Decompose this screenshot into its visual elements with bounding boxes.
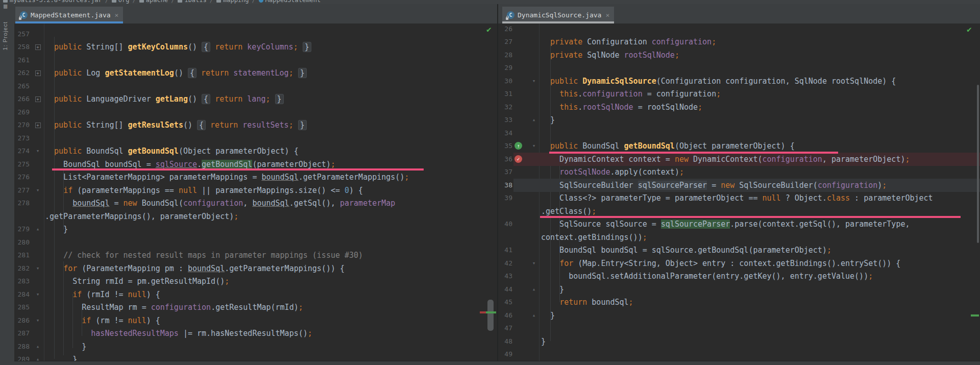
fold-icon[interactable]: +: [34, 40, 42, 54]
code-line[interactable]: ResultMap rm = configuration.getResultMa…: [45, 301, 303, 314]
line-number[interactable]: 33: [499, 113, 512, 127]
line-number[interactable]: 38: [499, 179, 512, 192]
code-line[interactable]: this.rootSqlNode = rootSqlNode;: [541, 101, 702, 114]
line-number[interactable]: 262: [14, 66, 30, 80]
code-line[interactable]: for (ParameterMapping pm : boundSql.getP…: [45, 262, 345, 275]
fold-icon[interactable]: +: [34, 66, 42, 80]
code-line[interactable]: boundSql.setAdditionalParameter(entry.ge…: [541, 270, 873, 283]
code-line[interactable]: }: [541, 309, 555, 322]
line-number[interactable]: 257: [14, 28, 30, 41]
scrollbar-thumb[interactable]: [977, 85, 979, 243]
line-number[interactable]: 28: [499, 48, 512, 62]
editor-right[interactable]: 2627 private Configuration configuration…: [498, 23, 980, 365]
code-line[interactable]: }: [541, 335, 546, 348]
line-number[interactable]: 31: [499, 87, 512, 101]
line-number[interactable]: 282: [14, 262, 30, 275]
code-line[interactable]: public BoundSql getBoundSql(Object param…: [45, 144, 299, 158]
line-number[interactable]: 270: [14, 118, 30, 132]
code-line[interactable]: String rmId = pm.getResultMapId();: [45, 275, 229, 288]
code-line[interactable]: if (rm != null) {: [45, 314, 160, 327]
code-line[interactable]: boundSql = new BoundSql(configuration, b…: [45, 197, 395, 210]
code-line[interactable]: SqlSourceBuilder sqlSourceParser = new S…: [541, 179, 887, 192]
fold-icon[interactable]: ▴: [530, 309, 538, 322]
line-number[interactable]: 44: [499, 283, 512, 296]
code-line[interactable]: hasNestedResultMaps |= rm.hasNestedResul…: [45, 327, 312, 340]
line-number[interactable]: 36: [499, 153, 512, 166]
line-number[interactable]: 279: [14, 223, 30, 236]
fold-icon[interactable]: ▾: [530, 139, 538, 153]
code-line[interactable]: public BoundSql getBoundSql(Object param…: [541, 139, 795, 153]
breadcrumb-item[interactable]: org: [112, 0, 130, 4]
code-line[interactable]: List<ParameterMapping> parameterMappings…: [45, 171, 409, 184]
line-number[interactable]: 45: [499, 296, 512, 309]
line-number[interactable]: 275: [14, 158, 30, 171]
line-number[interactable]: 288: [14, 340, 30, 353]
tab-mapped-statement[interactable]: C MappedStatement.java ×: [15, 7, 123, 23]
line-number[interactable]: 285: [14, 301, 30, 314]
close-icon[interactable]: ×: [605, 11, 609, 19]
line-number[interactable]: 278: [14, 197, 30, 210]
line-number[interactable]: 273: [14, 132, 30, 145]
line-number[interactable]: 48: [499, 335, 512, 348]
code-line[interactable]: private SqlNode rootSqlNode;: [541, 48, 679, 62]
fold-icon[interactable]: ▾: [530, 75, 538, 88]
inspections-ok-icon[interactable]: ✔: [486, 25, 492, 34]
code-line[interactable]: }: [541, 113, 555, 127]
line-number[interactable]: 37: [499, 165, 512, 179]
line-number[interactable]: 269: [14, 106, 30, 119]
code-line[interactable]: if (rmId != null) {: [45, 288, 160, 301]
line-number[interactable]: 27: [499, 35, 512, 48]
project-tool-button[interactable]: 1: Project: [2, 21, 8, 50]
line-number[interactable]: 281: [14, 249, 30, 262]
breadcrumb-item[interactable]: MappedStatement: [259, 0, 321, 4]
fold-icon[interactable]: ▾: [34, 288, 42, 301]
code-line[interactable]: this.configuration = configuration;: [541, 87, 721, 101]
line-number[interactable]: 261: [14, 54, 30, 67]
breadcrumb-item[interactable]: ibatis: [178, 0, 206, 4]
code-line[interactable]: rootSqlNode.apply(context);: [541, 165, 684, 179]
line-number[interactable]: 47: [499, 322, 512, 335]
fold-icon[interactable]: ▾: [34, 314, 42, 327]
line-number[interactable]: 30: [499, 75, 512, 88]
line-number[interactable]: 283: [14, 275, 30, 288]
breadcrumb-item[interactable]: mapping: [216, 0, 249, 4]
line-number[interactable]: 276: [14, 171, 30, 184]
fold-icon[interactable]: ▾: [34, 144, 42, 158]
fold-icon[interactable]: ▴: [34, 340, 42, 353]
line-number[interactable]: 34: [499, 127, 512, 140]
line-number[interactable]: 287: [14, 327, 30, 340]
fold-icon[interactable]: +: [34, 92, 42, 106]
line-number[interactable]: 286: [14, 314, 30, 327]
line-number[interactable]: 284: [14, 288, 30, 301]
line-number[interactable]: 266: [14, 92, 30, 106]
code-line[interactable]: public LanguageDriver getLang() { return…: [45, 92, 284, 106]
code-line[interactable]: if (parameterMappings == null || paramet…: [45, 184, 363, 197]
fold-icon[interactable]: ▾: [530, 257, 538, 270]
code-line[interactable]: public Log getStatementLog() { return st…: [45, 66, 307, 80]
line-number[interactable]: 39: [499, 191, 512, 205]
line-number[interactable]: 258: [14, 40, 30, 54]
code-line[interactable]: BoundSql boundSql = sqlSource.getBoundSq…: [541, 244, 831, 257]
line-number[interactable]: 49: [499, 348, 512, 361]
line-number[interactable]: 265: [14, 80, 30, 93]
line-number[interactable]: 32: [499, 101, 512, 114]
code-line[interactable]: }: [45, 340, 86, 353]
fold-icon[interactable]: ▴: [530, 113, 538, 127]
line-number[interactable]: 35: [499, 139, 512, 153]
code-line[interactable]: }: [541, 283, 564, 296]
fold-icon[interactable]: +: [34, 118, 42, 132]
code-line[interactable]: Class<?> parameterType = parameterObject…: [541, 191, 933, 205]
line-number[interactable]: 280: [14, 236, 30, 249]
code-line[interactable]: for (Map.Entry<String, Object> entry : c…: [541, 257, 900, 270]
inspections-ok-icon[interactable]: ✔: [967, 25, 972, 34]
editor-left[interactable]: 257258+ public String[] getKeyColumns() …: [14, 23, 497, 365]
line-number[interactable]: 29: [499, 61, 512, 75]
code-line[interactable]: public DynamicSqlSource(Configuration co…: [541, 75, 896, 88]
line-number[interactable]: 43: [499, 270, 512, 283]
code-line[interactable]: private Configuration configuration;: [541, 35, 716, 48]
breadcrumb-item[interactable]: apache: [139, 0, 168, 4]
line-number[interactable]: 26: [499, 23, 512, 36]
code-line[interactable]: DynamicContext context = new DynamicCont…: [541, 153, 910, 166]
implements-method-icon[interactable]: ↑: [514, 142, 522, 150]
code-line[interactable]: SqlSource sqlSource = sqlSourceParser.pa…: [541, 217, 910, 231]
